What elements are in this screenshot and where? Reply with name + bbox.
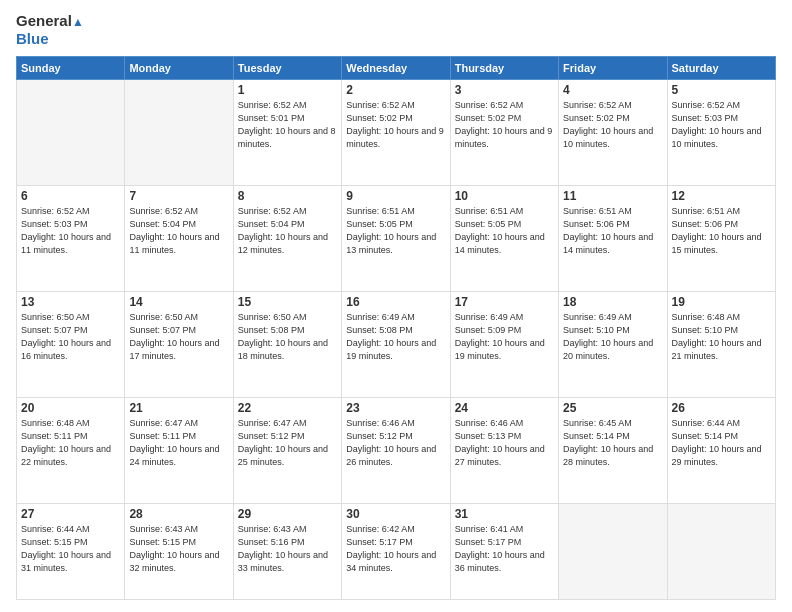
daylight: Daylight: 10 hours and 11 minutes. [129, 232, 219, 255]
calendar-day-cell: 2 Sunrise: 6:52 AM Sunset: 5:02 PM Dayli… [342, 80, 450, 186]
sunrise: Sunrise: 6:45 AM [563, 418, 632, 428]
day-info: Sunrise: 6:43 AM Sunset: 5:15 PM Dayligh… [129, 523, 228, 575]
daylight: Daylight: 10 hours and 22 minutes. [21, 444, 111, 467]
calendar-day-cell: 22 Sunrise: 6:47 AM Sunset: 5:12 PM Dayl… [233, 397, 341, 503]
sunset: Sunset: 5:02 PM [346, 113, 413, 123]
calendar-day-cell: 31 Sunrise: 6:41 AM Sunset: 5:17 PM Dayl… [450, 503, 558, 599]
day-number: 31 [455, 507, 554, 521]
day-number: 6 [21, 189, 120, 203]
day-info: Sunrise: 6:50 AM Sunset: 5:07 PM Dayligh… [129, 311, 228, 363]
sunrise: Sunrise: 6:42 AM [346, 524, 415, 534]
day-info: Sunrise: 6:44 AM Sunset: 5:14 PM Dayligh… [672, 417, 771, 469]
calendar-day-cell [125, 80, 233, 186]
sunrise: Sunrise: 6:41 AM [455, 524, 524, 534]
calendar-day-cell: 13 Sunrise: 6:50 AM Sunset: 5:07 PM Dayl… [17, 291, 125, 397]
sunset: Sunset: 5:05 PM [346, 219, 413, 229]
sunrise: Sunrise: 6:50 AM [238, 312, 307, 322]
day-info: Sunrise: 6:52 AM Sunset: 5:03 PM Dayligh… [672, 99, 771, 151]
header: General▲ Blue [16, 12, 776, 48]
calendar-day-cell [559, 503, 667, 599]
day-number: 28 [129, 507, 228, 521]
sunset: Sunset: 5:13 PM [455, 431, 522, 441]
sunrise: Sunrise: 6:43 AM [238, 524, 307, 534]
calendar-day-cell: 5 Sunrise: 6:52 AM Sunset: 5:03 PM Dayli… [667, 80, 775, 186]
daylight: Daylight: 10 hours and 24 minutes. [129, 444, 219, 467]
sunrise: Sunrise: 6:51 AM [346, 206, 415, 216]
daylight: Daylight: 10 hours and 19 minutes. [455, 338, 545, 361]
daylight: Daylight: 10 hours and 34 minutes. [346, 550, 436, 573]
calendar-week-row: 27 Sunrise: 6:44 AM Sunset: 5:15 PM Dayl… [17, 503, 776, 599]
daylight: Daylight: 10 hours and 17 minutes. [129, 338, 219, 361]
day-info: Sunrise: 6:46 AM Sunset: 5:13 PM Dayligh… [455, 417, 554, 469]
calendar-week-row: 1 Sunrise: 6:52 AM Sunset: 5:01 PM Dayli… [17, 80, 776, 186]
calendar-day-cell: 26 Sunrise: 6:44 AM Sunset: 5:14 PM Dayl… [667, 397, 775, 503]
calendar-header-row: SundayMondayTuesdayWednesdayThursdayFrid… [17, 57, 776, 80]
header-thursday: Thursday [450, 57, 558, 80]
header-monday: Monday [125, 57, 233, 80]
day-number: 20 [21, 401, 120, 415]
sunrise: Sunrise: 6:52 AM [238, 100, 307, 110]
sunrise: Sunrise: 6:52 AM [238, 206, 307, 216]
day-info: Sunrise: 6:47 AM Sunset: 5:12 PM Dayligh… [238, 417, 337, 469]
sunrise: Sunrise: 6:47 AM [238, 418, 307, 428]
calendar-day-cell: 1 Sunrise: 6:52 AM Sunset: 5:01 PM Dayli… [233, 80, 341, 186]
day-number: 19 [672, 295, 771, 309]
calendar-day-cell: 30 Sunrise: 6:42 AM Sunset: 5:17 PM Dayl… [342, 503, 450, 599]
day-info: Sunrise: 6:43 AM Sunset: 5:16 PM Dayligh… [238, 523, 337, 575]
sunrise: Sunrise: 6:43 AM [129, 524, 198, 534]
sunset: Sunset: 5:12 PM [238, 431, 305, 441]
daylight: Daylight: 10 hours and 8 minutes. [238, 126, 336, 149]
daylight: Daylight: 10 hours and 29 minutes. [672, 444, 762, 467]
sunset: Sunset: 5:12 PM [346, 431, 413, 441]
header-sunday: Sunday [17, 57, 125, 80]
daylight: Daylight: 10 hours and 32 minutes. [129, 550, 219, 573]
daylight: Daylight: 10 hours and 11 minutes. [21, 232, 111, 255]
day-number: 12 [672, 189, 771, 203]
day-info: Sunrise: 6:52 AM Sunset: 5:03 PM Dayligh… [21, 205, 120, 257]
daylight: Daylight: 10 hours and 20 minutes. [563, 338, 653, 361]
day-info: Sunrise: 6:51 AM Sunset: 5:06 PM Dayligh… [672, 205, 771, 257]
daylight: Daylight: 10 hours and 19 minutes. [346, 338, 436, 361]
calendar-day-cell: 7 Sunrise: 6:52 AM Sunset: 5:04 PM Dayli… [125, 185, 233, 291]
logo-text: General▲ Blue [16, 12, 84, 48]
daylight: Daylight: 10 hours and 10 minutes. [563, 126, 653, 149]
calendar-day-cell: 3 Sunrise: 6:52 AM Sunset: 5:02 PM Dayli… [450, 80, 558, 186]
day-info: Sunrise: 6:52 AM Sunset: 5:01 PM Dayligh… [238, 99, 337, 151]
sunset: Sunset: 5:07 PM [21, 325, 88, 335]
daylight: Daylight: 10 hours and 28 minutes. [563, 444, 653, 467]
daylight: Daylight: 10 hours and 12 minutes. [238, 232, 328, 255]
sunrise: Sunrise: 6:46 AM [455, 418, 524, 428]
day-info: Sunrise: 6:51 AM Sunset: 5:05 PM Dayligh… [455, 205, 554, 257]
sunset: Sunset: 5:11 PM [21, 431, 88, 441]
day-number: 3 [455, 83, 554, 97]
day-info: Sunrise: 6:52 AM Sunset: 5:02 PM Dayligh… [455, 99, 554, 151]
sunset: Sunset: 5:01 PM [238, 113, 305, 123]
day-number: 11 [563, 189, 662, 203]
day-info: Sunrise: 6:48 AM Sunset: 5:10 PM Dayligh… [672, 311, 771, 363]
sunrise: Sunrise: 6:49 AM [563, 312, 632, 322]
daylight: Daylight: 10 hours and 14 minutes. [563, 232, 653, 255]
daylight: Daylight: 10 hours and 33 minutes. [238, 550, 328, 573]
sunset: Sunset: 5:02 PM [563, 113, 630, 123]
calendar-day-cell: 16 Sunrise: 6:49 AM Sunset: 5:08 PM Dayl… [342, 291, 450, 397]
day-number: 8 [238, 189, 337, 203]
sunrise: Sunrise: 6:52 AM [21, 206, 90, 216]
sunset: Sunset: 5:14 PM [672, 431, 739, 441]
day-number: 26 [672, 401, 771, 415]
day-info: Sunrise: 6:49 AM Sunset: 5:08 PM Dayligh… [346, 311, 445, 363]
sunrise: Sunrise: 6:52 AM [563, 100, 632, 110]
day-info: Sunrise: 6:51 AM Sunset: 5:06 PM Dayligh… [563, 205, 662, 257]
day-number: 25 [563, 401, 662, 415]
daylight: Daylight: 10 hours and 9 minutes. [346, 126, 444, 149]
sunset: Sunset: 5:04 PM [238, 219, 305, 229]
day-number: 13 [21, 295, 120, 309]
day-number: 27 [21, 507, 120, 521]
day-info: Sunrise: 6:47 AM Sunset: 5:11 PM Dayligh… [129, 417, 228, 469]
calendar-day-cell: 14 Sunrise: 6:50 AM Sunset: 5:07 PM Dayl… [125, 291, 233, 397]
day-number: 16 [346, 295, 445, 309]
sunset: Sunset: 5:14 PM [563, 431, 630, 441]
sunrise: Sunrise: 6:51 AM [455, 206, 524, 216]
header-tuesday: Tuesday [233, 57, 341, 80]
sunset: Sunset: 5:08 PM [346, 325, 413, 335]
sunset: Sunset: 5:02 PM [455, 113, 522, 123]
